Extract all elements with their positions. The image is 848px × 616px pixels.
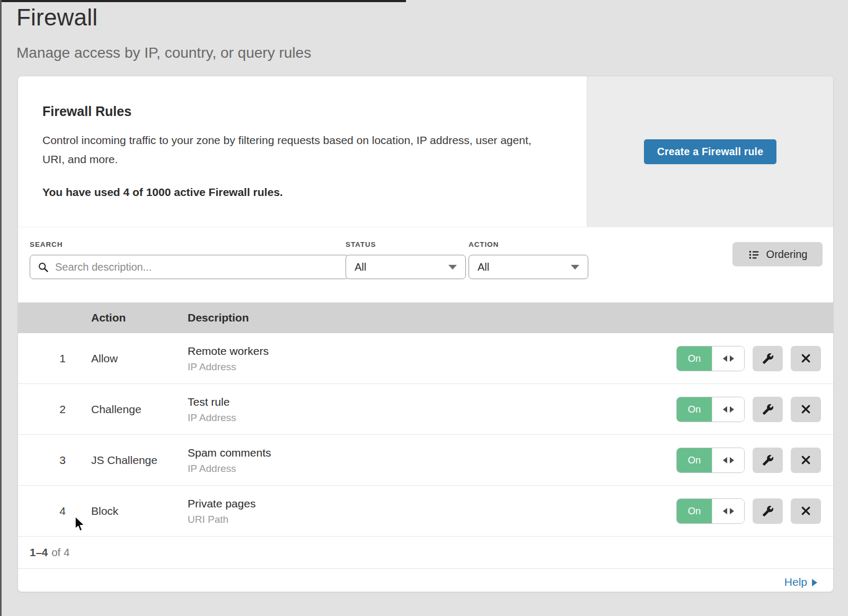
rule-match-type: URI Path bbox=[188, 513, 255, 525]
rule-toggle[interactable]: On bbox=[676, 346, 745, 371]
delete-rule-button[interactable] bbox=[791, 448, 821, 473]
window-top-edge bbox=[0, 0, 406, 2]
action-selected-value: All bbox=[478, 261, 489, 273]
ordered-list-icon bbox=[748, 248, 760, 261]
x-icon bbox=[800, 404, 811, 415]
right-triangle-icon bbox=[730, 355, 734, 362]
configure-rule-button[interactable] bbox=[753, 346, 783, 371]
status-label: STATUS bbox=[346, 240, 466, 248]
action-group: ACTION All bbox=[469, 240, 588, 279]
status-group: STATUS All bbox=[346, 240, 466, 279]
pagination-total: of 4 bbox=[51, 546, 69, 559]
rule-action: Allow bbox=[91, 352, 118, 365]
rule-controls: On bbox=[676, 397, 821, 422]
rule-controls: On bbox=[676, 498, 821, 524]
pagination-range: 1–4 bbox=[30, 546, 48, 559]
rule-action: Challenge bbox=[91, 403, 142, 416]
rule-controls: On bbox=[676, 346, 821, 371]
rule-action: Block bbox=[91, 505, 118, 517]
search-input[interactable] bbox=[55, 261, 341, 273]
search-icon bbox=[38, 262, 49, 273]
configure-rule-button[interactable] bbox=[753, 498, 783, 524]
search-box bbox=[30, 255, 349, 279]
rule-description-cell: Remote workers IP Address bbox=[188, 344, 269, 372]
toggle-on-label: On bbox=[677, 448, 712, 472]
right-triangle-icon bbox=[730, 457, 734, 463]
rule-toggle[interactable]: On bbox=[676, 397, 745, 422]
toggle-arrows-button[interactable] bbox=[712, 346, 744, 371]
firewall-page: Firewall Manage access by IP, country, o… bbox=[0, 0, 848, 616]
toggle-on-label: On bbox=[677, 397, 712, 422]
table-header: Action Description bbox=[18, 302, 833, 333]
search-group: SEARCH bbox=[30, 240, 349, 279]
firewall-rules-usage: You have used 4 of 1000 active Firewall … bbox=[42, 186, 555, 199]
page-title: Firewall bbox=[16, 4, 311, 31]
delete-rule-button[interactable] bbox=[791, 498, 821, 524]
create-firewall-rule-button[interactable]: Create a Firewall rule bbox=[644, 139, 777, 164]
status-select[interactable]: All bbox=[346, 255, 466, 279]
rule-description: Remote workers bbox=[188, 344, 269, 357]
toggle-arrows-button[interactable] bbox=[712, 448, 744, 472]
configure-rule-button[interactable] bbox=[753, 397, 783, 422]
firewall-rules-heading: Firewall Rules bbox=[42, 104, 555, 119]
wrench-icon bbox=[762, 505, 774, 517]
page-header: Firewall Manage access by IP, country, o… bbox=[16, 4, 311, 61]
rule-priority: 1 bbox=[52, 352, 73, 365]
help-link-label: Help bbox=[784, 576, 807, 588]
left-triangle-icon bbox=[723, 355, 727, 362]
rule-action: JS Challenge bbox=[91, 454, 157, 467]
right-triangle-icon bbox=[730, 508, 734, 514]
rule-match-type: IP Address bbox=[188, 412, 236, 423]
rule-description-cell: Spam comments IP Address bbox=[188, 446, 271, 474]
left-triangle-icon bbox=[723, 508, 727, 514]
rule-toggle[interactable]: On bbox=[676, 448, 745, 473]
rule-toggle[interactable]: On bbox=[676, 498, 745, 524]
wrench-icon bbox=[762, 454, 774, 466]
wrench-icon bbox=[762, 353, 774, 364]
delete-rule-button[interactable] bbox=[791, 397, 821, 422]
status-selected-value: All bbox=[355, 261, 366, 273]
column-header-description: Description bbox=[188, 311, 249, 324]
window-left-edge bbox=[0, 0, 2, 616]
wrench-icon bbox=[762, 404, 774, 415]
help-row: Help bbox=[18, 569, 833, 592]
rule-priority: 2 bbox=[52, 403, 73, 416]
x-icon bbox=[800, 353, 811, 364]
chevron-down-icon bbox=[448, 265, 457, 270]
ordering-button-label: Ordering bbox=[766, 248, 808, 261]
toggle-arrows-button[interactable] bbox=[712, 397, 744, 422]
table-row: 2 Challenge Test rule IP Address On bbox=[18, 384, 833, 435]
rule-description: Spam comments bbox=[188, 446, 271, 459]
table-row: 1 Allow Remote workers IP Address On bbox=[18, 333, 833, 384]
rule-priority: 3 bbox=[52, 454, 73, 467]
action-select[interactable]: All bbox=[469, 255, 588, 279]
x-icon bbox=[800, 505, 811, 516]
rule-match-type: IP Address bbox=[188, 361, 269, 372]
main-card: Firewall Rules Control incoming traffic … bbox=[17, 76, 834, 592]
toggle-on-label: On bbox=[677, 499, 712, 523]
right-triangle-icon bbox=[730, 406, 734, 413]
create-rule-panel: Create a Firewall rule bbox=[587, 76, 833, 227]
rule-description: Test rule bbox=[188, 395, 236, 408]
intro-text-block: Firewall Rules Control incoming traffic … bbox=[18, 76, 587, 227]
toggle-on-label: On bbox=[677, 346, 712, 371]
page-subtitle: Manage access by IP, country, or query r… bbox=[16, 44, 311, 61]
left-triangle-icon bbox=[723, 457, 727, 463]
help-arrow-icon bbox=[812, 579, 817, 586]
x-icon bbox=[800, 454, 811, 466]
table-row: 3 JS Challenge Spam comments IP Address … bbox=[18, 435, 833, 486]
delete-rule-button[interactable] bbox=[791, 346, 821, 371]
rule-match-type: IP Address bbox=[188, 462, 271, 474]
chevron-down-icon bbox=[571, 265, 579, 270]
rule-description-cell: Private pages URI Path bbox=[188, 497, 255, 525]
rule-description: Private pages bbox=[188, 497, 255, 510]
toggle-arrows-button[interactable] bbox=[712, 499, 744, 523]
ordering-button[interactable]: Ordering bbox=[732, 242, 823, 266]
column-header-action: Action bbox=[91, 311, 126, 324]
firewall-rules-description: Control incoming traffic to your zone by… bbox=[42, 131, 551, 169]
left-triangle-icon bbox=[723, 406, 727, 413]
configure-rule-button[interactable] bbox=[753, 448, 783, 473]
table-row: 4 Block Private pages URI Path On bbox=[18, 486, 833, 537]
rule-description-cell: Test rule IP Address bbox=[188, 395, 236, 423]
help-link[interactable]: Help bbox=[784, 576, 817, 588]
